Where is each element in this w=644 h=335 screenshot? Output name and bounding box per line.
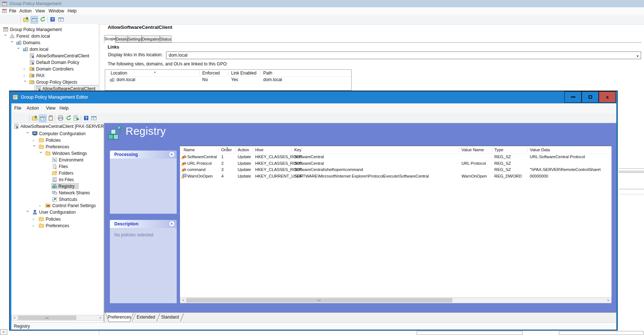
chevron-expanded-icon[interactable]: › [39,152,43,155]
refresh-icon[interactable] [39,16,46,23]
gpmc-menu-view[interactable]: View [35,8,45,14]
column-header-action[interactable]: Action [238,147,249,153]
editor-tree-item-allowsoftwarecentralclient-pax-server[interactable]: AllowSoftwareCentralClient [PAX-SERVER. [11,123,104,130]
print-icon[interactable] [57,115,64,121]
column-header-value-name[interactable]: Value Name [461,147,484,153]
chevron-expanded-icon[interactable]: › [10,41,14,45]
collapse-chevron-icon[interactable]: « [169,151,175,157]
table-row[interactable]: dom.localNoYesdom.local [105,77,351,83]
help-icon[interactable]: ? [83,115,89,121]
gpmc-console-tree[interactable]: Group Policy Management›Forest: dom.loca… [0,24,99,91]
column-header-path[interactable]: Path [263,71,272,76]
editor-tree-item-preferences[interactable]: ›Preferences [11,144,104,150]
gpmc-tree-item-forest-dom-local[interactable]: ›Forest: dom.local [0,33,99,39]
scroll-thumb[interactable]: III [186,298,452,302]
combo-dropdown-icon[interactable]: ▼ [636,53,639,60]
chevron-expanded-icon[interactable]: › [32,145,36,149]
editor-tree-item-policies[interactable]: ›Policies [11,216,104,222]
close-button[interactable]: x [599,91,616,103]
editor-tree-item-policies[interactable]: ›Policies [11,137,104,144]
selected-tree-item[interactable]: Registry [51,183,79,189]
tab-settings[interactable]: Settings [128,35,142,42]
scroll-right-button[interactable]: > [605,298,611,303]
forward-arrow-icon[interactable] [22,115,28,121]
gpmc-title-bar[interactable]: Group Policy Management [0,0,644,7]
tab-status[interactable]: Status [160,35,172,42]
editor-tree-item-preferences[interactable]: ›Preferences [11,222,104,229]
column-header-key[interactable]: Key [294,147,302,153]
column-header-name[interactable]: Name [184,147,195,153]
editor-tree-item-control-panel-settings[interactable]: ›Control Panel Settings [11,202,104,209]
gpmc-tree-item-domain-controllers[interactable]: ›Domain Controllers [0,66,99,72]
gpmc-tree-item-domains[interactable]: ›Domains [0,39,99,46]
editor-tree-item-shortcuts[interactable]: Shortcuts [11,196,104,203]
gpmc-menu-window[interactable]: Window [49,8,64,14]
gpmc-tree-item-dom-local[interactable]: ›dom.local [0,46,99,53]
table-row[interactable]: 011WarnOnOpen4UpdateHKEY_CURRENT_USERSOF… [180,173,612,179]
up-one-level-icon[interactable] [31,115,38,121]
editor-menu-file[interactable]: File [14,106,21,111]
clipboard-icon[interactable] [47,115,54,121]
editor-tree-item-user-configuration[interactable]: ›User Configuration [11,209,104,216]
tab-scope[interactable]: Scope [104,35,116,43]
tree-horizontal-scrollbar[interactable]: <>III [11,315,104,321]
editor-tree-item-files[interactable]: Files [11,163,104,170]
selected-tree-item[interactable]: AllowSoftwareCentralClient [35,85,99,91]
show-console-tree-icon[interactable] [39,115,46,122]
linked-locations-table[interactable]: LocationEnforcedLink EnabledPath▲dom.loc… [105,69,352,91]
maximize-button[interactable] [582,91,599,103]
chevron-collapsed-icon[interactable]: › [39,204,43,208]
forward-arrow-icon[interactable] [12,16,19,23]
scroll-left-button[interactable]: < [180,298,186,303]
gpmc-menu-file[interactable]: File [9,8,16,14]
chevron-expanded-icon[interactable]: › [17,47,20,51]
refresh-icon[interactable] [65,115,72,121]
editor-title-bar[interactable]: Group Policy Management Editor [9,91,617,103]
back-arrow-icon[interactable] [4,16,10,23]
table-row[interactable]: abSoftwareCentral1UpdateHKEY_CLASSES_ROO… [180,154,612,160]
chevron-collapsed-icon[interactable]: › [32,138,36,142]
gpmc-menu-action[interactable]: Action [19,8,31,14]
chevron-collapsed-icon[interactable]: › [32,224,36,228]
chevron-collapsed-icon[interactable]: › [23,67,27,71]
column-header-enforced[interactable]: Enforced [202,71,220,76]
registry-items-table[interactable]: NameOrderActionHiveKeyValue NameTypeValu… [180,146,612,297]
editor-tree-item-computer-configuration[interactable]: ›Computer Configuration [11,130,104,137]
table-horizontal-scrollbar[interactable]: <>III [180,297,612,303]
editor-menu-view[interactable]: View [46,106,55,111]
chevron-collapsed-icon[interactable]: › [32,217,36,221]
editor-tree-item-network-shares[interactable]: Network Shares [11,190,104,196]
column-header-location[interactable]: Location [111,71,127,76]
export-list-icon[interactable] [73,115,80,121]
editor-console-tree[interactable]: AllowSoftwareCentralClient [PAX-SERVER.›… [11,123,104,322]
show-console-tree-icon[interactable] [31,16,38,23]
gpmc-tree-item-pax[interactable]: ›PAX [0,72,99,79]
editor-menu-action[interactable]: Action [27,106,39,111]
scroll-right-button[interactable]: > [97,315,103,320]
collapse-chevron-icon[interactable]: « [169,221,175,227]
gpmc-menu-help[interactable]: Help [68,8,77,14]
gpmc-tree-item-allowsoftwarecentralclient[interactable]: AllowSoftwareCentralClient [0,53,99,59]
chevron-expanded-icon[interactable]: › [4,34,7,38]
bottom-tab-standard[interactable]: Standard [158,313,182,322]
back-arrow-icon[interactable] [14,115,20,121]
chevron-expanded-icon[interactable]: › [26,210,30,214]
location-combobox[interactable]: dom.local ▼ [166,52,641,59]
chevron-collapsed-icon[interactable]: › [23,74,27,77]
tab-delegation[interactable]: Delegation [142,35,160,42]
column-header-type[interactable]: Type [494,147,503,153]
gpmc-tree-item-group-policy-management[interactable]: Group Policy Management [0,26,99,33]
tab-details[interactable]: Details [116,35,128,42]
help-icon[interactable]: ? [49,16,56,23]
editor-tree-item-environment[interactable]: %Environment [11,157,104,163]
column-header-link-enabled[interactable]: Link Enabled [231,71,256,76]
scroll-thumb[interactable]: III [18,316,76,320]
bottom-tab-preferences[interactable]: Preferences [105,313,134,322]
up-one-level-icon[interactable] [23,16,29,23]
table-row[interactable]: abcommand3UpdateHKEY_CLASSES_ROOTSoftwar… [180,167,612,173]
editor-tree-item-registry[interactable]: Registry [11,183,104,190]
scroll-left-button[interactable]: < [12,315,18,320]
editor-menu-help[interactable]: Help [60,106,69,111]
chevron-expanded-icon[interactable]: › [26,132,30,136]
bottom-tab-extended[interactable]: Extended [134,313,158,322]
